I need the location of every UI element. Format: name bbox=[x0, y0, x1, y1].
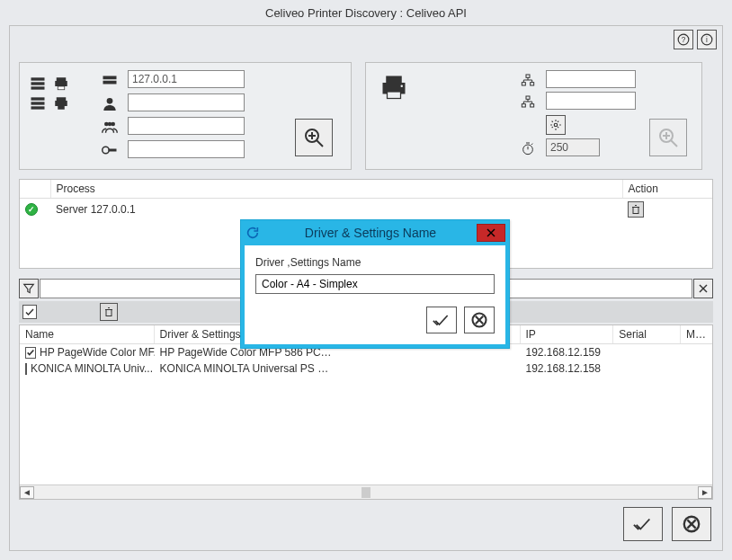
printer-large-icon bbox=[379, 74, 409, 101]
settings-small-button[interactable] bbox=[546, 115, 566, 135]
svg-point-22 bbox=[103, 147, 110, 154]
col-name[interactable]: Name bbox=[20, 325, 155, 343]
dialog-cancel-button[interactable] bbox=[464, 307, 495, 333]
key-icon bbox=[101, 142, 119, 158]
driver-settings-dialog: Driver & Settings Name Driver ,Settings … bbox=[240, 219, 510, 349]
apply-button[interactable] bbox=[623, 507, 663, 541]
server-stack-icon bbox=[29, 76, 47, 92]
svg-rect-52 bbox=[106, 310, 112, 316]
process-row: ✓ Server 127.0.0.1 bbox=[20, 199, 712, 221]
cell-name: HP PageWide Color MF... bbox=[40, 346, 155, 359]
svg-rect-8 bbox=[55, 81, 67, 86]
action-col-header: Action bbox=[622, 180, 712, 199]
server-ip-input[interactable] bbox=[128, 70, 245, 88]
search-network-button bbox=[649, 119, 687, 156]
printers-grid: Name Driver & Settings Location Descript… bbox=[19, 324, 713, 500]
server-icon bbox=[101, 72, 119, 88]
scroll-right-icon[interactable]: ► bbox=[698, 486, 712, 499]
svg-rect-47 bbox=[633, 208, 638, 214]
status-ok-icon: ✓ bbox=[25, 203, 38, 216]
subnet-end-input[interactable] bbox=[546, 92, 636, 110]
svg-rect-14 bbox=[55, 101, 67, 106]
svg-rect-4 bbox=[31, 77, 45, 80]
svg-text:?: ? bbox=[682, 36, 686, 44]
svg-rect-28 bbox=[386, 76, 402, 84]
svg-rect-32 bbox=[526, 75, 530, 77]
refresh-icon[interactable] bbox=[241, 220, 264, 245]
row-checkbox[interactable] bbox=[25, 363, 27, 375]
scroll-left-icon[interactable]: ◄ bbox=[20, 486, 34, 499]
svg-line-41 bbox=[531, 144, 532, 145]
svg-point-18 bbox=[107, 98, 113, 104]
network-icon-2 bbox=[519, 93, 537, 110]
printer-row[interactable]: KONICA MINOLTA Univ... KONICA MINOLTA Un… bbox=[20, 360, 712, 377]
delete-process-button[interactable] bbox=[628, 201, 644, 218]
svg-rect-34 bbox=[531, 83, 534, 85]
server-panel bbox=[19, 62, 352, 170]
row-checkbox[interactable] bbox=[25, 347, 36, 359]
svg-line-44 bbox=[671, 140, 677, 147]
dialog-field-label: Driver ,Settings Name bbox=[255, 256, 495, 269]
svg-point-31 bbox=[401, 85, 404, 88]
info-button[interactable]: i bbox=[697, 30, 717, 49]
svg-rect-6 bbox=[31, 86, 45, 89]
printer-panel bbox=[365, 62, 702, 170]
cancel-button[interactable] bbox=[672, 507, 711, 541]
svg-rect-35 bbox=[526, 96, 530, 99]
svg-rect-17 bbox=[103, 81, 117, 84]
svg-rect-10 bbox=[31, 97, 45, 100]
horizontal-scrollbar[interactable]: ◄ ► bbox=[20, 484, 712, 499]
printer-small-icon bbox=[52, 76, 70, 92]
svg-text:i: i bbox=[706, 36, 708, 44]
timeout-input[interactable] bbox=[546, 138, 600, 156]
dialog-ok-button[interactable] bbox=[426, 307, 457, 333]
clear-filter-button[interactable] bbox=[693, 279, 713, 298]
svg-rect-11 bbox=[31, 102, 45, 104]
window-title: Celiveo Printer Discovery : Celiveo API bbox=[0, 0, 732, 25]
svg-rect-12 bbox=[31, 106, 45, 109]
user-icon bbox=[101, 95, 119, 111]
process-col-header: Process bbox=[50, 180, 622, 199]
select-all-checkbox[interactable] bbox=[22, 305, 37, 319]
delete-selected-button[interactable] bbox=[100, 303, 118, 321]
password-input[interactable] bbox=[128, 140, 245, 158]
user-input[interactable] bbox=[128, 93, 245, 111]
subnet-start-input[interactable] bbox=[546, 70, 636, 88]
col-serial[interactable]: Serial bbox=[613, 325, 681, 343]
help-button[interactable]: ? bbox=[674, 30, 693, 49]
svg-rect-23 bbox=[109, 149, 117, 152]
search-server-button[interactable] bbox=[295, 119, 333, 156]
svg-rect-9 bbox=[58, 86, 65, 90]
cell-name: KONICA MINOLTA Univ... bbox=[31, 362, 153, 375]
group-input[interactable] bbox=[128, 117, 245, 135]
svg-point-42 bbox=[554, 123, 558, 127]
svg-rect-36 bbox=[522, 104, 525, 107]
svg-rect-13 bbox=[57, 97, 67, 101]
svg-rect-30 bbox=[388, 92, 401, 99]
timer-icon bbox=[519, 140, 537, 156]
svg-rect-5 bbox=[31, 82, 45, 84]
svg-point-21 bbox=[108, 122, 112, 127]
group-icon bbox=[101, 119, 119, 135]
process-cell: Server 127.0.0.1 bbox=[50, 199, 622, 221]
svg-rect-33 bbox=[522, 83, 525, 85]
server-stack-icon-2 bbox=[29, 95, 47, 111]
svg-rect-15 bbox=[58, 106, 65, 110]
cell-ip: 192.168.12.158 bbox=[521, 362, 614, 375]
svg-rect-16 bbox=[103, 76, 117, 80]
scroll-thumb[interactable] bbox=[362, 487, 370, 498]
dialog-title: Driver & Settings Name bbox=[264, 226, 477, 240]
network-icon-1 bbox=[519, 72, 537, 88]
svg-rect-7 bbox=[57, 77, 67, 81]
col-ip[interactable]: IP bbox=[521, 325, 614, 343]
filter-button[interactable] bbox=[19, 279, 39, 298]
driver-settings-name-input[interactable] bbox=[255, 274, 495, 294]
svg-point-38 bbox=[523, 145, 533, 155]
col-mac[interactable]: MAC bbox=[681, 325, 712, 343]
svg-rect-37 bbox=[531, 104, 534, 107]
svg-line-25 bbox=[317, 140, 323, 147]
cell-ip: 192.168.12.159 bbox=[521, 346, 614, 359]
printer-dark-icon bbox=[52, 95, 70, 111]
close-icon[interactable] bbox=[477, 224, 505, 242]
cell-ds: KONICA MINOLTA Universal PS v3.2a... bbox=[155, 362, 338, 375]
